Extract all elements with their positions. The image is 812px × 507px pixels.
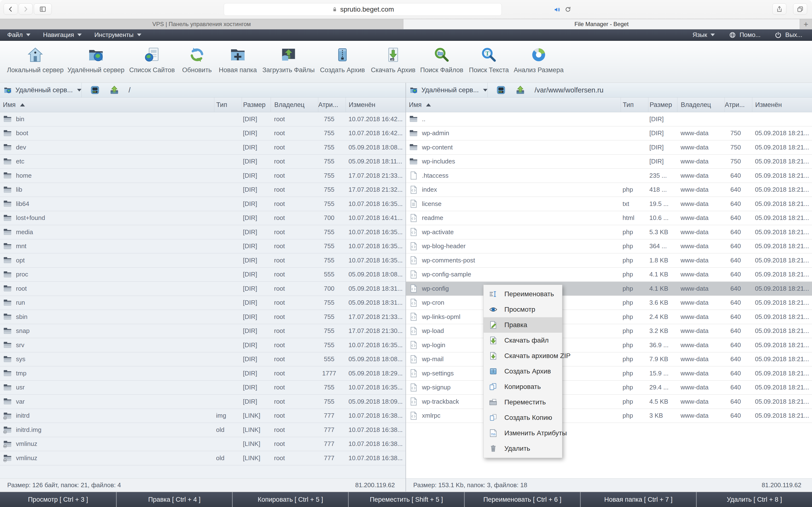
toolbar-item-search-text[interactable]: TПоиск Текста (460, 47, 518, 74)
file-row[interactable]: wp-settingsphp15.9 ...www-data64005.09.2… (406, 367, 812, 381)
file-row[interactable]: wp-mailphp7.9 KBwww-data64005.09.2018 18… (406, 352, 812, 367)
file-row[interactable]: proc[DIR]root55505.09.2018 18:08... (0, 268, 406, 282)
file-row[interactable]: wp-activatephp5.3 KBwww-data64005.09.201… (406, 225, 812, 239)
file-row[interactable]: home[DIR]root75517.07.2018 21:33... (0, 169, 406, 183)
file-row[interactable]: wp-signupphp29.4 ...www-data64005.09.201… (406, 381, 812, 395)
fn-button-5[interactable]: Копировать [ Ctrl + 5 ] (232, 492, 348, 507)
file-row[interactable]: root[DIR]root70005.09.2018 18:31... (0, 282, 406, 296)
column-header-attrs[interactable]: Атри... (318, 98, 346, 112)
file-row[interactable]: wp-cronphp3.6 KBwww-data64005.09.2018 18… (406, 296, 812, 310)
file-row[interactable]: vmlinuz[LINK]root77710.07.2018 16:38... (0, 437, 406, 451)
toolbar-item-remote-server[interactable]: Удалённый сервер (67, 47, 125, 74)
file-row[interactable]: tmp[DIR]root177705.09.2018 18:29... (0, 367, 406, 381)
file-row[interactable]: lib[DIR]root75517.07.2018 21:32... (0, 183, 406, 197)
file-row[interactable]: snap[DIR]root75517.07.2018 21:30... (0, 324, 406, 338)
file-row[interactable]: boot[DIR]root75510.07.2018 16:42... (0, 126, 406, 141)
context-menu-item-delete[interactable]: Удалить (484, 441, 562, 456)
toolbar-item-create-archive[interactable]: Создать Архив (313, 47, 371, 74)
file-row[interactable]: wp-trackbackphp4.5 KBwww-data64005.09.20… (406, 395, 812, 409)
file-row[interactable]: vmlinuzold[LINK]root77710.07.2018 16:38.… (0, 451, 406, 465)
menu-navigation[interactable]: Навигация (43, 31, 82, 39)
file-row[interactable]: .htaccess235 ...www-data64005.09.2018 18… (406, 169, 812, 183)
sidebar-toggle-button[interactable] (34, 3, 52, 15)
file-row[interactable]: wp-content[DIR]www-data75005.09.2018 18:… (406, 140, 812, 155)
column-header-size[interactable]: Размер (648, 98, 677, 112)
column-header-type[interactable]: Тип (621, 98, 648, 112)
new-tab-button[interactable]: + (800, 19, 812, 29)
file-row[interactable]: initrdimg[LINK]root77710.07.2018 16:38..… (0, 409, 406, 423)
file-row[interactable]: var[DIR]root75505.09.2018 18:09... (0, 395, 406, 409)
home-dir-button[interactable] (110, 86, 119, 95)
context-menu-item-view[interactable]: Просмотр (484, 302, 562, 317)
column-header-owner[interactable]: Владелец (271, 98, 318, 112)
menu-language[interactable]: Язык (692, 31, 715, 39)
context-menu-item-copy[interactable]: Копировать (484, 379, 562, 394)
forward-button[interactable] (18, 3, 33, 15)
file-row[interactable]: etc[DIR]root75505.09.2018 18:11... (0, 155, 406, 169)
file-row[interactable]: initrd.imgold[LINK]root77710.07.2018 16:… (0, 423, 406, 437)
fn-button-7[interactable]: Переименовать [ Ctrl + 6 ] (464, 492, 580, 507)
file-row[interactable]: wp-comments-postphp1.8 KBwww-data64005.0… (406, 253, 812, 268)
context-menu-item-duplicate[interactable]: Создать Копию (484, 410, 562, 426)
file-row[interactable]: wp-loginphp36.9 ...www-data64005.09.2018… (406, 338, 812, 352)
fn-button-3[interactable]: Просмотр [ Ctrl + 3 ] (0, 492, 116, 507)
column-header-modified[interactable]: Изменён (752, 98, 812, 112)
context-menu-item-edit[interactable]: Правка (484, 317, 562, 333)
file-row[interactable]: ..[DIR] (406, 112, 812, 126)
column-header-name[interactable]: Имя (406, 98, 621, 112)
file-row[interactable]: wp-admin[DIR]www-data75005.09.2018 18:21… (406, 126, 812, 141)
file-row[interactable]: srv[DIR]root75510.07.2018 16:35... (0, 338, 406, 352)
file-row[interactable]: wp-includes[DIR]www-data75005.09.2018 18… (406, 155, 812, 169)
file-row[interactable]: xmlrpcphp3 KBwww-data64005.09.2018 18:21… (406, 409, 812, 423)
file-row[interactable]: wp-config-samplephp4.1 KBwww-data64005.0… (406, 268, 812, 282)
file-row[interactable]: mnt[DIR]root75510.07.2018 16:35... (0, 239, 406, 254)
audio-icon[interactable] (553, 6, 561, 13)
share-button[interactable] (772, 3, 786, 15)
file-row[interactable]: indexphp418 ...www-data64005.09.2018 18:… (406, 183, 812, 197)
context-menu-item-download-file[interactable]: Скачать файл (484, 333, 562, 348)
toolbar-item-size-analysis[interactable]: Анализ Размера (510, 47, 568, 74)
back-button[interactable] (4, 3, 18, 15)
file-row[interactable]: lost+found[DIR]root70010.07.2018 16:41..… (0, 211, 406, 225)
context-menu-item-move[interactable]: Переместить (484, 394, 562, 410)
column-header-owner[interactable]: Владелец (677, 98, 724, 112)
reload-icon[interactable] (564, 6, 571, 13)
tabs-overview-button[interactable] (793, 3, 807, 15)
file-row[interactable]: usr[DIR]root75510.07.2018 16:35... (0, 381, 406, 395)
disk-root-button[interactable] (496, 86, 506, 95)
column-header-size[interactable]: Размер (242, 98, 271, 112)
file-row[interactable]: wp-links-opmlphp2.4 KBwww-data64005.09.2… (406, 310, 812, 324)
fn-button-4[interactable]: Правка [ Ctrl + 4 ] (116, 492, 232, 507)
file-row[interactable]: readmehtml10.6 ...www-data64005.09.2018 … (406, 211, 812, 225)
file-row[interactable]: lib64[DIR]root75510.07.2018 16:35... (0, 197, 406, 211)
menu-help[interactable]: Помо... (729, 31, 761, 39)
source-select-right[interactable]: Удалённый серв... (406, 83, 488, 97)
toolbar-item-new-folder[interactable]: Новая папка (209, 47, 267, 74)
fn-button-6[interactable]: Переместить [ Shift + 5 ] (348, 492, 464, 507)
file-row[interactable]: run[DIR]root75505.09.2018 18:31... (0, 296, 406, 310)
tab-vps-panel[interactable]: VPS | Панель управления хостингом (0, 19, 403, 29)
address-bar[interactable]: sprutio.beget.com (224, 3, 502, 16)
file-row[interactable]: dev[DIR]root75505.09.2018 18:08... (0, 140, 406, 155)
file-row[interactable]: opt[DIR]root75510.07.2018 16:35... (0, 253, 406, 268)
source-select-left[interactable]: Удалённый серв... (0, 83, 82, 97)
file-row[interactable]: media[DIR]root75510.07.2018 16:35... (0, 225, 406, 239)
file-row[interactable]: wp-loadphp3.2 KBwww-data64005.09.2018 18… (406, 324, 812, 338)
context-menu-item-download-zip[interactable]: Скачать архивом ZIP (484, 348, 562, 363)
menu-logout[interactable]: Вых... (774, 31, 802, 39)
home-dir-button[interactable] (516, 86, 525, 95)
toolbar-item-upload-files[interactable]: Загрузить Файлы (260, 47, 317, 74)
file-row[interactable]: wp-blog-headerphp364 ...www-data64005.09… (406, 239, 812, 254)
toolbar-item-local-server[interactable]: Локальный сервер (6, 47, 64, 74)
file-row[interactable]: licensetxt19.5 ...www-data64005.09.2018 … (406, 197, 812, 211)
column-header-name[interactable]: Имя (0, 98, 214, 112)
context-menu-item-attributes[interactable]: 755Изменить Атрибуты (484, 426, 562, 441)
file-row[interactable]: bin[DIR]root75510.07.2018 16:42... (0, 112, 406, 126)
menu-file[interactable]: Файл (7, 31, 31, 39)
context-menu-item-archive[interactable]: Создать Архив (484, 363, 562, 379)
disk-root-button[interactable] (90, 86, 100, 95)
fn-button-9[interactable]: Удалить [ Ctrl + 8 ] (696, 492, 812, 507)
fn-button-8[interactable]: Новая папка [ Ctrl + 7 ] (580, 492, 696, 507)
file-row[interactable]: wp-configphp4.1 KBwww-data64005.09.2018 … (406, 282, 812, 296)
file-row[interactable]: sys[DIR]root55505.09.2018 18:08... (0, 352, 406, 367)
